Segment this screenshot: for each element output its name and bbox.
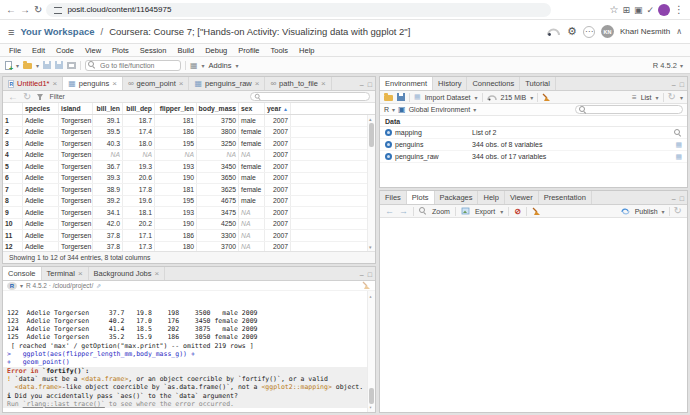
breadcrumb-workspace-link[interactable]: Your Workspace (20, 26, 94, 37)
column-header-year[interactable]: year▲ (265, 103, 291, 114)
tab-files[interactable]: Files (380, 191, 407, 204)
close-icon[interactable]: × (321, 79, 326, 88)
menu-build[interactable]: Build (177, 46, 194, 55)
address-bar[interactable]: posit.cloud/content/11645975 (46, 3, 551, 17)
column-header-bill_dep[interactable]: bill_dep (123, 103, 155, 114)
environment-selector[interactable]: Global Environment (409, 106, 470, 113)
table-row[interactable]: 1AdelieTorgersen39.118.71813750male2007 (3, 115, 375, 127)
env-object-penguins[interactable]: penguins344 obs. of 8 variables▦ (380, 139, 687, 151)
console-scrollbar[interactable]: ▴ ▾ (367, 291, 375, 412)
clear-console-icon[interactable] (362, 281, 371, 290)
scroll-down-icon[interactable]: ▾ (369, 244, 372, 250)
magnifier-icon[interactable] (674, 129, 682, 137)
tab-tutorial[interactable]: Tutorial (520, 77, 556, 90)
table-row[interactable]: 11AdelieTorgersen37.817.11863300NA2007 (3, 230, 375, 242)
tab-help[interactable]: Help (478, 191, 504, 204)
browser-forward-icon[interactable]: → (20, 5, 30, 15)
language-selector[interactable]: R (384, 106, 389, 113)
r-version-selector[interactable]: R 4.5.2 (653, 61, 677, 70)
tab-history[interactable]: History (433, 77, 467, 90)
filter-button[interactable]: Filter (49, 93, 65, 100)
goto-file-input[interactable] (85, 60, 181, 71)
zoom-plot-button[interactable]: Zoom (432, 208, 450, 215)
scroll-thumb[interactable] (369, 123, 374, 147)
user-avatar[interactable]: KN (601, 25, 614, 38)
refresh-environment-icon[interactable]: ↻ (668, 92, 676, 102)
table-row[interactable]: 10AdelieTorgersen42.020.21904250NA2007 (3, 219, 375, 231)
browser-refresh-icon[interactable]: ↻ (34, 5, 42, 15)
print-icon[interactable] (67, 62, 76, 69)
menu-edit[interactable]: Edit (32, 46, 45, 55)
tab-packages[interactable]: Packages (435, 191, 479, 204)
close-icon[interactable]: × (78, 269, 83, 278)
dv-back-icon[interactable]: ← (8, 92, 18, 102)
tab-environment[interactable]: Environment (380, 77, 433, 90)
settings-gear-icon[interactable]: ⚙ (567, 25, 577, 38)
table-row[interactable]: 4AdelieTorgersenNANANANANA2007 (3, 150, 375, 162)
more-options-icon[interactable]: ⋯ (583, 26, 595, 38)
close-icon[interactable]: × (53, 79, 58, 88)
browser-profile-avatar[interactable] (658, 4, 670, 16)
table-row[interactable]: 5AdelieTorgersen36.719.31933450female200… (3, 161, 375, 173)
save-workspace-icon[interactable] (397, 93, 405, 101)
tab-geom-point[interactable]: geom_point× (123, 77, 190, 90)
previous-plot-icon[interactable]: ← (385, 206, 394, 216)
table-row[interactable]: 6AdelieTorgersen39.320.61903650male2007 (3, 173, 375, 185)
minimize-pane-icon[interactable]: – (360, 271, 364, 278)
dv-refresh-icon[interactable]: ↻ (23, 92, 31, 102)
table-row[interactable]: 2AdelieTorgersen39.517.41863800female200… (3, 127, 375, 139)
close-icon[interactable]: × (155, 269, 160, 278)
tab-untitled1-[interactable]: Untitled1*× (3, 77, 63, 90)
minimize-pane-icon[interactable]: – (672, 195, 676, 202)
remove-plot-icon[interactable]: ⊘ (514, 207, 521, 216)
panes-layout-icon[interactable]: ▦ (190, 61, 198, 70)
tab-penguins-raw[interactable]: penguins_raw× (189, 77, 265, 90)
browser-back-icon[interactable]: ← (6, 5, 16, 15)
clear-objects-icon[interactable] (542, 93, 551, 102)
open-project-icon[interactable] (23, 63, 32, 69)
maximize-pane-icon[interactable]: □ (680, 195, 684, 202)
publish-button[interactable]: Publish (635, 208, 658, 215)
environment-search-box[interactable] (575, 105, 683, 114)
table-search-box[interactable] (250, 92, 370, 101)
menu-code[interactable]: Code (56, 46, 74, 55)
site-info-icon[interactable] (54, 7, 62, 14)
minimize-pane-icon[interactable]: – (672, 81, 676, 88)
export-plot-button[interactable]: Export (475, 208, 495, 215)
list-view-button[interactable]: List (641, 94, 652, 101)
tab-penguins[interactable]: penguins× (63, 77, 123, 90)
bookmark-star-icon[interactable]: ☆ (609, 5, 618, 15)
extensions-icon[interactable]: ⊞ (622, 5, 630, 15)
tab-connections[interactable]: Connections (467, 77, 520, 90)
tab-terminal[interactable]: Terminal× (42, 267, 89, 280)
tab-presentation[interactable]: Presentation (539, 191, 592, 204)
tab-plots[interactable]: Plots (407, 191, 435, 204)
env-object-mapping[interactable]: mappingList of 2 (380, 127, 687, 139)
tab-path-to-file[interactable]: path_to_file× (265, 77, 331, 90)
close-icon[interactable]: × (112, 79, 117, 88)
menu-tools[interactable]: Tools (271, 46, 289, 55)
menu-plots[interactable]: Plots (112, 46, 129, 55)
grid-icon[interactable]: ▦ (675, 141, 682, 149)
column-header-body_mass[interactable]: body_mass (197, 103, 239, 114)
grid-icon[interactable]: ▦ (675, 153, 682, 161)
browser-menu-icon[interactable]: ⋮ (674, 5, 684, 15)
column-header-bill_len[interactable]: bill_len (93, 103, 123, 114)
menu-profile[interactable]: Profile (238, 46, 259, 55)
maximize-pane-icon[interactable]: □ (368, 81, 372, 88)
menu-debug[interactable]: Debug (205, 46, 227, 55)
table-row[interactable]: 8AdelieTorgersen39.219.61954675male2007 (3, 196, 375, 208)
table-scrollbar[interactable]: ▴ ▾ (367, 115, 375, 251)
r-logo-icon[interactable]: R (7, 282, 17, 290)
extension-badge-icon[interactable]: ✓ (646, 5, 654, 15)
menu-session[interactable]: Session (140, 46, 167, 55)
save-icon[interactable] (43, 61, 51, 69)
next-plot-icon[interactable]: → (399, 206, 408, 216)
new-file-icon[interactable] (5, 61, 12, 70)
column-header-sex[interactable]: sex (239, 103, 265, 114)
save-all-icon[interactable] (55, 61, 63, 69)
menu-file[interactable]: File (9, 46, 21, 55)
refresh-plots-icon[interactable]: ↻ (674, 206, 682, 216)
column-header-rownum[interactable] (3, 103, 23, 114)
column-header-species[interactable]: species (23, 103, 59, 114)
